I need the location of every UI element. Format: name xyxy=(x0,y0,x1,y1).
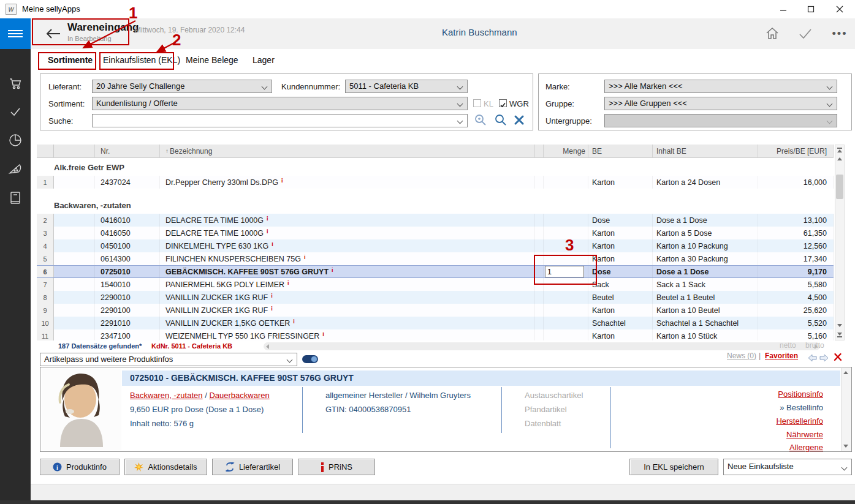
neue-einkaufsliste-select[interactable]: Neue Einkaufsliste xyxy=(723,459,852,475)
tab-sortimente[interactable]: Sortimente xyxy=(48,55,93,65)
panel-scroll-up[interactable] xyxy=(842,368,850,377)
naehrwerte-link[interactable]: Nährwerte xyxy=(786,430,823,439)
header-be[interactable]: BE xyxy=(588,145,653,157)
article-info-marker[interactable]: i xyxy=(271,306,273,312)
sidebar-item-statistics[interactable] xyxy=(0,129,31,151)
tab-meine-belege[interactable]: Meine Belege xyxy=(186,55,238,65)
search-icon xyxy=(494,113,507,127)
infopanel-select[interactable]: Artikelpass und weitere Produktinfos xyxy=(40,353,297,366)
kundennummer-select[interactable]: 5011 - Cafeteria KB xyxy=(345,80,468,93)
subcategory-link[interactable]: Dauerbackwaren xyxy=(209,391,269,400)
produktinfo-button[interactable]: i Produktinfo xyxy=(40,459,120,475)
article-info-marker[interactable]: i xyxy=(322,331,324,337)
article-info-marker[interactable]: i xyxy=(281,178,283,184)
article-info-marker[interactable]: i xyxy=(267,216,268,222)
search-button[interactable] xyxy=(494,113,507,129)
sidebar-item-catalog[interactable] xyxy=(0,187,31,209)
category-link[interactable]: Backwaren, -zutaten xyxy=(130,391,203,400)
herstellerinfo-link[interactable]: Herstellerinfo xyxy=(776,416,823,426)
sidebar-item-tasks[interactable] xyxy=(0,100,31,122)
table-row[interactable]: 60725010GEBÄCKMISCH. KAFFEE 90ST 576G GR… xyxy=(37,265,834,278)
article-info-marker[interactable]: i xyxy=(332,267,333,273)
sortiment-select[interactable]: Kundenlistung / Offerte xyxy=(92,97,468,110)
minimize-button[interactable] xyxy=(773,0,794,18)
prins-button[interactable]: PRiNS xyxy=(298,459,375,475)
suche-input[interactable] xyxy=(92,114,468,127)
scroll-left-icon[interactable] xyxy=(266,344,269,349)
kl-checkbox[interactable] xyxy=(473,99,481,107)
back-button[interactable] xyxy=(44,24,63,43)
sidebar-item-pizza[interactable] xyxy=(0,158,31,180)
scroll-up-button[interactable] xyxy=(835,154,844,164)
scroll-down-button[interactable] xyxy=(835,321,844,330)
gruppe-select[interactable]: >>> Alle Gruppen <<< xyxy=(604,97,837,110)
wgr-checkbox[interactable] xyxy=(499,99,507,107)
scrollbar-thumb[interactable] xyxy=(836,175,843,199)
header-bezeichnung[interactable]: ↑Bezeichnung xyxy=(160,145,535,157)
maximize-button[interactable] xyxy=(800,0,821,18)
positionsinfo-link[interactable]: Positionsinfo xyxy=(778,389,823,399)
scroll-to-top-button[interactable] xyxy=(835,145,844,154)
table-row[interactable]: 12437024Dr.Pepper Cherry 330ml Ds.DPGiKa… xyxy=(37,176,834,189)
lieferant-select[interactable]: 20 Jahre Selly Challenge xyxy=(92,80,272,93)
table-row[interactable]: 50614300FILINCHEN KNUSPERSCHEIBEN 75GiKa… xyxy=(37,252,834,265)
infopanel-toggle[interactable] xyxy=(302,355,318,363)
inhalt-be-cell: Dose a 1 Dose xyxy=(653,214,758,227)
netto-toggle[interactable]: netto xyxy=(780,341,796,350)
checkmark-icon xyxy=(500,102,506,108)
clear-search-button[interactable] xyxy=(514,115,525,128)
header-menge[interactable]: Menge xyxy=(544,145,588,157)
table-row[interactable]: 71540010PANIERMEHL 5KG POLY LEIMERiSackS… xyxy=(37,278,834,291)
preis-cell: 61,350 xyxy=(758,227,834,239)
table-row[interactable]: 30416050DELACRE TEA TIME 1000GiKartonKar… xyxy=(37,227,834,239)
search-special-button[interactable] xyxy=(474,113,487,129)
header-nr[interactable]: Nr. xyxy=(95,145,160,157)
next-article-button[interactable] xyxy=(819,353,829,364)
swap-arrows-icon xyxy=(225,462,235,472)
home-button[interactable] xyxy=(764,25,781,42)
menge-input[interactable] xyxy=(545,266,584,277)
close-infopanel-button[interactable] xyxy=(834,353,842,364)
brutto-toggle[interactable]: brutto xyxy=(805,341,824,350)
bestellinfo-link[interactable]: » Bestellinfo xyxy=(780,403,823,412)
panel-divider-1 xyxy=(302,387,303,433)
svg-text:i: i xyxy=(56,464,58,471)
aktionsdetails-button[interactable]: Aktionsdetails xyxy=(124,459,207,475)
header-preis[interactable]: Preis/BE [EUR] xyxy=(758,145,834,157)
table-row[interactable]: 20416010DELACRE TEA TIME 1000GiDoseDose … xyxy=(37,214,834,227)
allergene-link[interactable]: Allergene xyxy=(789,443,823,452)
prev-article-button[interactable] xyxy=(808,353,817,364)
table-row[interactable]: 102291010VANILLIN ZUCKER 1,5KG OETKERiSc… xyxy=(37,317,834,329)
blank-cell xyxy=(54,304,95,317)
close-button[interactable] xyxy=(829,0,850,18)
table-vertical-scrollbar[interactable] xyxy=(835,145,845,340)
tab-lager[interactable]: Lager xyxy=(253,55,275,65)
menge-cell xyxy=(544,239,588,252)
sidebar-item-cart[interactable] xyxy=(0,72,31,94)
table-row[interactable]: 82290010VANILLIN ZUCKER 1KG RUFiBeutelBe… xyxy=(37,291,834,304)
table-row[interactable]: 40450100DINKELMEHL TYPE 630 1KGiKartonKa… xyxy=(37,239,834,252)
table-row[interactable]: 112347100WEIZENMEHL TYP 550 1KG FRIESSIN… xyxy=(37,329,834,340)
article-info-marker[interactable]: i xyxy=(287,280,289,286)
marke-select[interactable]: >>> Alle Marken <<< xyxy=(604,80,837,93)
article-info-marker[interactable]: i xyxy=(304,254,306,260)
article-info-marker[interactable]: i xyxy=(272,241,273,247)
article-info-marker[interactable]: i xyxy=(271,293,273,299)
table-row[interactable]: 92290100VANILLIN ZUCKER 1KG RUFiKartonKa… xyxy=(37,304,834,317)
lieferartikel-button[interactable]: Lieferartikel xyxy=(212,459,293,475)
article-info-marker[interactable]: i xyxy=(267,228,268,235)
more-button[interactable]: ••• xyxy=(831,25,848,42)
favoriten-link[interactable]: Favoriten xyxy=(765,352,798,360)
panel-scrollbar[interactable] xyxy=(841,368,851,451)
news-link[interactable]: News (0) xyxy=(727,352,756,360)
menu-button[interactable] xyxy=(0,18,31,49)
gap-cell xyxy=(535,266,544,277)
header-inhalt-be[interactable]: Inhalt BE xyxy=(653,145,758,157)
confirm-button[interactable] xyxy=(797,25,814,42)
panel-scroll-down[interactable] xyxy=(842,442,850,451)
table-horizontal-scrollbar[interactable] xyxy=(264,342,820,350)
tab-einkaufslisten[interactable]: Einkaufslisten (EKL) xyxy=(103,55,180,65)
in-ekl-speichern-button[interactable]: In EKL speichern xyxy=(629,459,718,475)
scroll-to-bottom-button[interactable] xyxy=(835,331,844,340)
article-info-marker[interactable]: i xyxy=(293,318,295,325)
